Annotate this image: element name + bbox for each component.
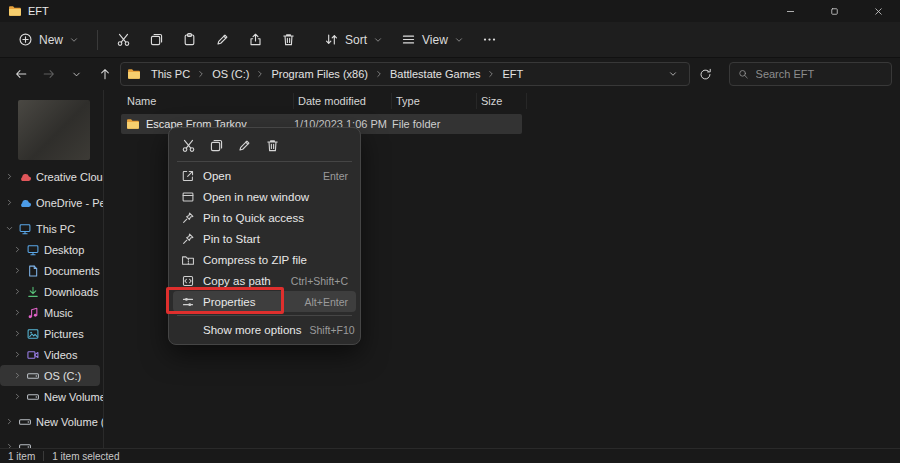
close-icon	[873, 6, 884, 17]
sidebar-item-videos[interactable]: Videos	[0, 344, 103, 365]
close-button[interactable]	[856, 0, 900, 22]
arrow-up-icon	[98, 67, 112, 81]
delete-button[interactable]	[273, 27, 304, 52]
chevron-right-icon	[5, 172, 14, 181]
sidebar-item-downloads[interactable]: Downloads	[0, 281, 103, 302]
explorer-body: Creative Cloud F OneDrive - Perso This P…	[0, 90, 900, 448]
column-headers: Name Date modified Type Size	[104, 90, 900, 112]
breadcrumb-item-program-files-x86[interactable]: Program Files (x86)	[266, 66, 373, 82]
forward-button[interactable]	[36, 62, 61, 87]
sidebar-item-onedrive[interactable]: OneDrive - Perso	[0, 192, 103, 213]
menu-item-shortcut: Ctrl+Shift+C	[291, 275, 348, 287]
breadcrumb-item-this-pc[interactable]: This PC	[146, 66, 195, 82]
refresh-button[interactable]	[693, 62, 718, 87]
copy-button[interactable]	[203, 133, 230, 157]
chevron-down-icon	[373, 35, 383, 45]
copy-button[interactable]	[141, 27, 172, 52]
share-button[interactable]	[240, 27, 271, 52]
chevron-right-icon	[13, 308, 22, 317]
menu-item-compress-to-zip[interactable]: Compress to ZIP file	[173, 249, 356, 270]
chevron-right-icon	[13, 266, 22, 275]
chevron-right-icon	[196, 69, 206, 79]
rename-button[interactable]	[207, 27, 238, 52]
column-header-type[interactable]: Type	[392, 93, 477, 109]
recent-locations-button[interactable]	[64, 62, 89, 87]
sidebar-item-label: Documents	[44, 265, 100, 277]
view-button[interactable]: View	[393, 27, 472, 52]
menu-item-copy-as-path[interactable]: Copy as path Ctrl+Shift+C	[173, 270, 356, 291]
cut-button[interactable]	[108, 27, 139, 52]
cut-icon	[181, 138, 196, 153]
new-button[interactable]: New	[10, 27, 87, 52]
sidebar-item-pictures[interactable]: Pictures	[0, 323, 103, 344]
back-button[interactable]	[8, 62, 33, 87]
minimize-button[interactable]	[768, 0, 812, 22]
arrow-left-icon	[14, 67, 28, 81]
address-dropdown-button[interactable]	[663, 64, 683, 84]
menu-item-label: Properties	[203, 296, 297, 308]
chevron-right-icon	[255, 69, 265, 79]
sidebar-item-label: Pictures	[44, 328, 84, 340]
up-button[interactable]	[92, 62, 117, 87]
share-icon	[248, 32, 263, 47]
breadcrumb-item-eft[interactable]: EFT	[497, 66, 528, 82]
maximize-button[interactable]	[812, 0, 856, 22]
drive-icon	[18, 440, 32, 449]
copy-icon	[209, 138, 224, 153]
chevron-right-icon	[486, 69, 496, 79]
toolbar-divider	[97, 30, 98, 50]
sort-button[interactable]: Sort	[316, 27, 391, 52]
menu-item-pin-to-start[interactable]: Pin to Start	[173, 228, 356, 249]
sidebar-item-clipped[interactable]	[0, 436, 103, 448]
sidebar-item-creative-cloud[interactable]: Creative Cloud F	[0, 166, 103, 187]
copy-icon	[149, 32, 164, 47]
rename-button[interactable]	[231, 133, 258, 157]
menu-item-open-in-new-window[interactable]: Open in new window	[173, 186, 356, 207]
new-label: New	[39, 33, 63, 47]
menu-item-open[interactable]: Open Enter	[173, 165, 356, 186]
sidebar-item-documents[interactable]: Documents	[0, 260, 103, 281]
sidebar-item-music[interactable]: Music	[0, 302, 103, 323]
breadcrumb-item-battlestate-games[interactable]: Battlestate Games	[385, 66, 486, 82]
column-header-name[interactable]: Name	[104, 93, 294, 109]
folder-icon	[8, 4, 22, 18]
maximize-icon	[829, 6, 840, 17]
status-bar: 1 item 1 item selected	[0, 448, 900, 463]
search-input[interactable]	[756, 68, 883, 80]
document-icon	[26, 264, 40, 278]
minimize-icon	[785, 6, 796, 17]
sidebar-item-new-volume-d[interactable]: New Volume (D:)	[0, 411, 103, 432]
status-divider	[43, 451, 44, 461]
menu-item-show-more-options[interactable]: Show more options Shift+F10	[173, 319, 356, 340]
menu-divider	[177, 161, 352, 162]
column-header-date-modified[interactable]: Date modified	[294, 93, 392, 109]
chevron-down-icon	[454, 35, 464, 45]
menu-item-properties[interactable]: Properties Alt+Enter	[173, 291, 356, 312]
video-icon	[26, 348, 40, 362]
sidebar-item-os-c[interactable]: OS (C:)	[0, 365, 100, 386]
sidebar-item-this-pc[interactable]: This PC	[0, 218, 103, 239]
properties-icon	[181, 295, 195, 309]
see-more-button[interactable]	[474, 27, 505, 52]
cut-icon	[116, 32, 131, 47]
cut-button[interactable]	[175, 133, 202, 157]
column-header-size[interactable]: Size	[477, 93, 527, 109]
view-icon	[401, 32, 416, 47]
address-bar[interactable]: This PC OS (C:) Program Files (x86) Batt…	[120, 62, 690, 86]
menu-item-pin-to-quick-access[interactable]: Pin to Quick access	[173, 207, 356, 228]
paste-button[interactable]	[174, 27, 205, 52]
menu-item-label: Copy as path	[203, 275, 283, 287]
sidebar-item-desktop[interactable]: Desktop	[0, 239, 103, 260]
menu-item-label: Compress to ZIP file	[203, 254, 340, 266]
pin-icon	[181, 232, 195, 246]
computer-icon	[18, 222, 32, 236]
chevron-right-icon	[13, 245, 22, 254]
cloud-icon	[18, 170, 32, 184]
delete-button[interactable]	[259, 133, 286, 157]
drive-icon	[26, 369, 40, 383]
menu-item-shortcut: Alt+Enter	[305, 296, 348, 308]
chevron-right-icon	[13, 350, 22, 359]
breadcrumb-item-os-c[interactable]: OS (C:)	[207, 66, 254, 82]
window-controls	[768, 0, 900, 22]
sidebar-item-new-volume-d-sub[interactable]: New Volume (D	[0, 386, 103, 407]
